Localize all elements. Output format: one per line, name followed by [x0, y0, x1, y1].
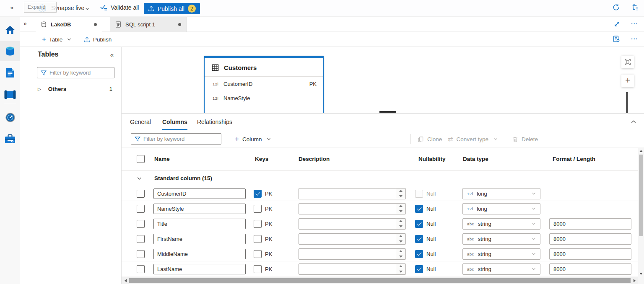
tab-relationships[interactable]: Relationships: [197, 114, 232, 130]
column-name-input[interactable]: [153, 249, 246, 259]
description-input[interactable]: [299, 264, 396, 274]
spinner-up-icon[interactable]: [396, 264, 405, 269]
tab-columns[interactable]: Columns: [162, 114, 187, 130]
format-length-input[interactable]: [549, 233, 631, 245]
grid-horizontal-scrollbar[interactable]: [122, 277, 638, 284]
publish-all-button[interactable]: Publish all 2: [144, 3, 200, 14]
spinner-down-icon[interactable]: [396, 269, 405, 274]
tables-filter-input[interactable]: [49, 70, 123, 76]
validate-all-button[interactable]: Validate all: [100, 3, 139, 11]
null-checkbox[interactable]: [415, 220, 423, 228]
format-length-input[interactable]: [549, 218, 631, 230]
customers-table-card[interactable]: Customers 12l CustomerID PK 12l NameStyl…: [204, 56, 324, 113]
column-name-input[interactable]: [153, 204, 246, 214]
scroll-left-arrow-icon[interactable]: [122, 279, 129, 282]
fit-to-screen-button[interactable]: [621, 56, 634, 68]
refresh-icon[interactable]: [612, 3, 620, 11]
spinner-up-icon[interactable]: [396, 188, 405, 194]
add-column-button[interactable]: + Column: [235, 131, 271, 147]
tab-sql-script[interactable]: SQL script 1: [110, 17, 187, 32]
description-input[interactable]: [299, 219, 396, 229]
description-input[interactable]: [299, 204, 396, 214]
column-name-input[interactable]: [153, 264, 246, 274]
row-select-checkbox[interactable]: [137, 220, 145, 228]
properties-icon[interactable]: [613, 35, 620, 43]
row-select-checkbox[interactable]: [137, 190, 145, 198]
null-checkbox[interactable]: [415, 205, 423, 213]
description-input[interactable]: [299, 234, 396, 244]
data-type-dropdown[interactable]: 12l long: [462, 203, 540, 214]
convert-type-button[interactable]: ⇄ Convert type: [448, 131, 498, 147]
delete-button[interactable]: Delete: [512, 131, 538, 147]
group-collapse-chevron-icon[interactable]: [137, 176, 142, 181]
nav-develop-item[interactable]: [0, 63, 20, 83]
tab-lakedb[interactable]: LakeDB: [36, 17, 102, 32]
data-type-dropdown[interactable]: abc string: [462, 233, 540, 245]
description-input[interactable]: [299, 188, 396, 199]
row-select-checkbox[interactable]: [137, 205, 145, 213]
pk-checkbox[interactable]: [254, 190, 262, 198]
publish-button[interactable]: Publish: [84, 32, 112, 47]
pk-checkbox[interactable]: [254, 250, 262, 258]
spinner-down-icon[interactable]: [396, 194, 405, 199]
nav-manage-item[interactable]: [0, 129, 20, 149]
spinner-up-icon[interactable]: [396, 234, 405, 239]
null-checkbox[interactable]: [415, 235, 423, 243]
clone-button[interactable]: Clone: [418, 131, 442, 147]
pk-checkbox[interactable]: [254, 265, 262, 273]
column-name-input[interactable]: [153, 219, 246, 229]
tree-expander-icon[interactable]: ▷: [38, 87, 41, 91]
nav-data-item[interactable]: [0, 41, 20, 61]
null-checkbox[interactable]: [415, 250, 423, 258]
scroll-up-arrow-icon[interactable]: [639, 150, 643, 152]
vertical-scroll-thumb[interactable]: [639, 155, 643, 236]
toolbar-more-actions-icon[interactable]: ···: [631, 36, 638, 42]
nav-integrate-item[interactable]: [0, 85, 20, 105]
spinner-down-icon[interactable]: [396, 224, 405, 229]
spinner-down-icon[interactable]: [396, 254, 405, 259]
grid-group-row[interactable]: Standard column (15): [122, 170, 638, 186]
tab-general[interactable]: General: [130, 114, 151, 130]
spinner-down-icon[interactable]: [396, 239, 405, 244]
data-type-dropdown[interactable]: abc string: [462, 218, 540, 230]
nav-home-item[interactable]: [0, 20, 20, 40]
row-select-checkbox[interactable]: [137, 235, 145, 243]
spinner-up-icon[interactable]: [396, 219, 405, 224]
row-select-checkbox[interactable]: [137, 265, 145, 273]
canvas-vertical-scrollbar[interactable]: [626, 92, 628, 113]
description-input[interactable]: [299, 249, 396, 259]
null-checkbox[interactable]: [415, 190, 423, 198]
format-length-input[interactable]: [549, 248, 631, 260]
tab-more-actions-icon[interactable]: ···: [631, 21, 638, 27]
left-nav-expand-icon[interactable]: »: [10, 4, 13, 11]
expand-dialog-icon[interactable]: [614, 21, 620, 27]
spinner-down-icon[interactable]: [396, 209, 405, 214]
data-type-dropdown[interactable]: 12l long: [462, 188, 540, 199]
add-table-button[interactable]: + Table: [42, 32, 72, 47]
tree-item-others[interactable]: ▷ Others 1: [20, 82, 122, 96]
grid-vertical-scrollbar[interactable]: [638, 148, 644, 284]
zoom-in-button[interactable]: +: [621, 75, 634, 87]
pk-checkbox[interactable]: [254, 205, 262, 213]
columns-filter-input[interactable]: [143, 136, 218, 142]
canvas-horizontal-scrollbar[interactable]: [379, 111, 396, 113]
pk-checkbox[interactable]: [254, 220, 262, 228]
discard-all-icon[interactable]: [631, 3, 639, 11]
pk-checkbox[interactable]: [254, 235, 262, 243]
collapse-details-chevron-icon[interactable]: [631, 119, 636, 126]
null-checkbox[interactable]: [415, 265, 423, 273]
spinner-up-icon[interactable]: [396, 249, 405, 254]
scroll-right-arrow-icon[interactable]: [634, 279, 636, 282]
scroll-down-arrow-icon[interactable]: [639, 273, 643, 275]
column-name-input[interactable]: [153, 234, 246, 244]
format-length-input[interactable]: [549, 263, 631, 275]
resource-panel-expand-icon[interactable]: »: [23, 20, 26, 27]
row-select-checkbox[interactable]: [137, 250, 145, 258]
diagram-canvas[interactable]: Customers 12l CustomerID PK 12l NameStyl…: [122, 47, 644, 113]
collapse-panel-icon[interactable]: «: [110, 51, 114, 58]
chevron-down-icon[interactable]: [85, 6, 90, 13]
data-type-dropdown[interactable]: abc string: [462, 248, 540, 260]
select-all-checkbox[interactable]: [137, 155, 145, 163]
horizontal-scroll-thumb[interactable]: [129, 278, 631, 283]
nav-monitor-item[interactable]: [0, 107, 20, 127]
